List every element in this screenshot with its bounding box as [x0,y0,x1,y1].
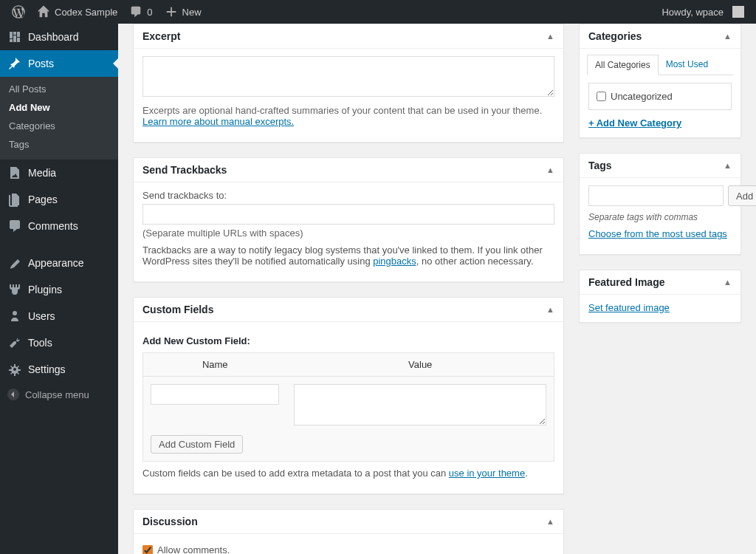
box-title: Custom Fields [142,304,213,315]
toggle-button[interactable]: ▲ [724,32,732,41]
admin-menu: Dashboard Posts All Posts Add New Catego… [0,24,118,554]
trackbacks-desc: Trackbacks are a way to notify legacy bl… [142,244,554,267]
excerpt-help-link[interactable]: Learn more about manual excerpts. [142,116,294,127]
toggle-button[interactable]: ▲ [546,305,554,314]
menu-label: Media [28,167,56,179]
collapse-menu-button[interactable]: Collapse menu [0,383,118,406]
menu-label: Plugins [28,284,62,295]
cf-value-input[interactable] [294,384,546,425]
avatar [732,6,744,18]
comment-icon [129,5,142,18]
admin-bar: Codex Sample 0 New Howdy, wpace [0,0,756,24]
new-label: New [182,7,202,18]
collapse-label: Collapse menu [25,389,89,400]
cf-add-new-label: Add New Custom Field: [142,335,554,346]
plugins-icon [7,282,22,297]
toggle-button[interactable]: ▲ [724,278,732,287]
cf-desc-link[interactable]: use in your theme [449,468,525,479]
category-item-label: Uncategorized [611,91,673,102]
featured-image-box: Featured Image ▲ Set featured image [579,270,741,323]
cf-name-input[interactable] [151,384,279,405]
categories-box: Categories ▲ All Categories Most Used Un… [579,24,741,138]
choose-tags-link[interactable]: Choose from the most used tags [588,228,727,239]
box-title: Tags [588,160,612,171]
comments-link[interactable]: 0 [123,0,158,24]
menu-label: Settings [28,363,66,375]
trackbacks-input[interactable] [142,204,554,225]
allow-comments-checkbox[interactable] [142,545,153,555]
sub-all-posts[interactable]: All Posts [0,80,118,98]
add-new-category-link[interactable]: + Add New Category [588,117,681,129]
cf-value-col: Value [286,353,554,377]
excerpt-help: Excerpts are optional hand-crafted summa… [142,105,554,127]
sub-tags[interactable]: Tags [0,135,118,154]
tab-most-used[interactable]: Most Used [659,55,715,75]
toggle-button[interactable]: ▲ [546,517,554,526]
menu-comments[interactable]: Comments [0,213,118,239]
sub-add-new[interactable]: Add New [0,98,118,117]
menu-label: Appearance [28,257,84,269]
toggle-button[interactable]: ▲ [546,165,554,174]
discussion-box: Discussion ▲ Allow comments. Allow track… [133,509,564,554]
menu-tools[interactable]: Tools [0,329,118,356]
tags-hint: Separate tags with commas [588,212,732,222]
category-uncategorized-checkbox[interactable] [597,92,606,101]
box-title: Excerpt [142,30,180,42]
box-title: Discussion [142,516,198,527]
comments-count: 0 [147,7,152,18]
menu-posts[interactable]: Posts [0,50,118,77]
menu-appearance[interactable]: Appearance [0,250,118,276]
toggle-button[interactable]: ▲ [546,32,554,41]
menu-label: Pages [28,194,58,205]
custom-fields-table: Name Value Add Custom Field [142,352,554,462]
pin-icon [7,56,22,71]
sub-categories[interactable]: Categories [0,117,118,135]
category-tabs: All Categories Most Used [587,55,733,75]
menu-users[interactable]: Users [0,303,118,329]
box-title: Send Trackbacks [142,164,227,176]
menu-settings[interactable]: Settings [0,356,118,383]
menu-label: Tools [28,337,52,349]
settings-icon [7,362,22,377]
menu-dashboard[interactable]: Dashboard [0,24,118,50]
new-content-link[interactable]: New [159,0,207,24]
home-icon [37,5,50,18]
cf-name-col: Name [143,353,287,377]
box-title: Featured Image [588,276,664,288]
trackbacks-box: Send Trackbacks ▲ Send trackbacks to: (S… [133,157,564,282]
excerpt-box: Excerpt ▲ Excerpts are optional hand-cra… [133,24,564,143]
trackbacks-label: Send trackbacks to: [142,190,554,201]
menu-label: Dashboard [28,31,79,43]
appearance-icon [7,256,22,270]
my-account-link[interactable]: Howdy, wpace [656,0,750,24]
add-tag-button[interactable]: Add [728,185,756,206]
submenu-posts: All Posts Add New Categories Tags [0,77,118,160]
users-icon [7,309,22,324]
tags-input[interactable] [588,185,724,206]
menu-plugins[interactable]: Plugins [0,276,118,303]
dashboard-icon [7,30,22,44]
cf-desc: Custom fields can be used to add extra m… [142,468,554,479]
plus-icon [165,5,178,18]
site-name-link[interactable]: Codex Sample [31,0,123,24]
greeting-label: Howdy, wpace [662,7,724,18]
wp-logo-link[interactable] [6,0,31,24]
tools-icon [7,335,22,350]
content: Excerpt ▲ Excerpts are optional hand-cra… [118,24,756,554]
box-title: Categories [588,30,642,42]
add-custom-field-button[interactable]: Add Custom Field [151,435,243,454]
pingbacks-link[interactable]: pingbacks [373,256,416,267]
media-icon [7,165,22,180]
tab-all-categories[interactable]: All Categories [587,55,659,75]
set-featured-image-link[interactable]: Set featured image [588,302,670,313]
menu-pages[interactable]: Pages [0,186,118,213]
allow-comments-label: Allow comments. [157,544,230,554]
menu-media[interactable]: Media [0,160,118,186]
excerpt-input[interactable] [142,56,554,97]
wordpress-icon [12,5,25,18]
comment-icon [7,219,22,233]
trackbacks-hint: (Separate multiple URLs with spaces) [142,228,554,239]
menu-label: Comments [28,220,78,232]
toggle-button[interactable]: ▲ [724,161,732,170]
category-panel: Uncategorized [588,83,732,110]
